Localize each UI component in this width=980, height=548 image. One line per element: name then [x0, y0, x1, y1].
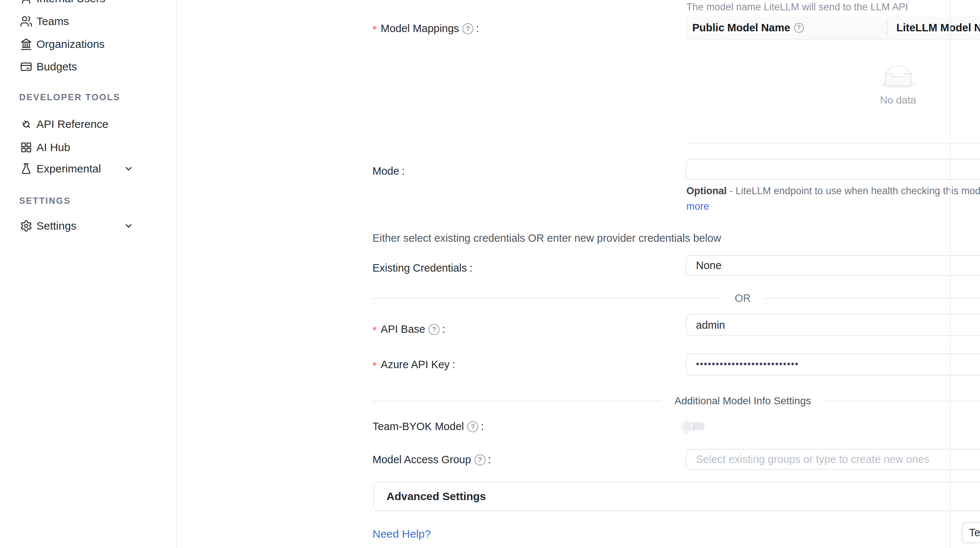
existing-credentials-value: None — [696, 260, 721, 272]
content-right-border — [950, 0, 951, 548]
additional-info-divider: Additional Model Info Settings — [372, 395, 980, 407]
sidebar-item-label: Budgets — [37, 61, 77, 73]
mode-help-text: Optional - LiteLLM endpoint to use when … — [686, 183, 980, 214]
additional-info-divider-text: Additional Model Info Settings — [675, 395, 811, 407]
model-access-group-select[interactable]: Select existing groups or type to create… — [686, 449, 980, 470]
toggle-knob — [681, 420, 693, 432]
help-icon[interactable]: ? — [467, 421, 478, 432]
learn-more-link[interactable]: more — [686, 201, 709, 212]
need-help-link[interactable]: Need Help? — [372, 528, 431, 540]
advanced-settings-title: Advanced Settings — [387, 490, 486, 503]
test-connect-button[interactable]: Test Connect — [962, 522, 980, 543]
column-header-public-model-name: Public Model Name ? — [686, 22, 887, 34]
bank-icon — [19, 37, 33, 51]
password-dots: •••••••••••••••••••••••••• — [696, 358, 799, 369]
help-icon[interactable]: ? — [462, 23, 473, 34]
sidebar-item-organizations[interactable]: Organizations — [0, 35, 177, 54]
litellm-model-name-hint: The model name LiteLLM will send to the … — [686, 2, 908, 13]
or-divider-text: OR — [735, 292, 751, 304]
users-icon — [19, 14, 33, 29]
sidebar-item-internal-users[interactable]: Internal Users — [0, 0, 177, 8]
plug-icon — [19, 117, 33, 131]
sidebar-item-budgets[interactable]: Budgets — [0, 57, 177, 76]
advanced-settings-panel[interactable]: Advanced Settings — [373, 482, 980, 511]
api-base-label: * API Base ? : — [372, 323, 445, 335]
help-icon[interactable]: ? — [428, 324, 439, 335]
sidebar-section-developer-tools: DEVELOPER TOOLS — [19, 92, 120, 102]
table-empty-state: No data — [686, 40, 980, 143]
credentials-note: Either select existing credentials OR en… — [372, 232, 721, 244]
sidebar-item-settings[interactable]: Settings — [0, 216, 177, 236]
grid-icon — [19, 140, 33, 155]
user-icon — [19, 0, 33, 6]
sidebar-item-label: Teams — [37, 15, 69, 28]
existing-credentials-select[interactable]: None — [686, 255, 980, 276]
divider-line — [372, 401, 661, 401]
sidebar-item-ai-hub[interactable]: AI Hub — [0, 138, 177, 157]
required-mark: * — [372, 24, 377, 36]
sidebar-item-label: AI Hub — [37, 141, 70, 154]
api-base-input[interactable] — [686, 314, 980, 336]
table-header: Public Model Name ? LiteLLM Model Name ? — [686, 16, 980, 40]
mode-select[interactable] — [686, 159, 980, 180]
flask-icon — [19, 162, 33, 176]
help-icon[interactable]: ? — [794, 23, 804, 33]
required-mark: * — [372, 324, 377, 336]
model-access-group-placeholder: Select existing groups or type to create… — [696, 453, 929, 465]
sidebar-item-api-reference[interactable]: API Reference — [0, 115, 177, 134]
empty-inbox-icon — [881, 66, 916, 89]
divider-line — [764, 298, 980, 299]
team-byok-toggle[interactable] — [681, 419, 706, 433]
sidebar-section-settings: SETTINGS — [19, 196, 71, 206]
chevron-down-icon — [124, 221, 134, 231]
required-mark: * — [372, 360, 377, 372]
model-mappings-table: Public Model Name ? LiteLLM Model Name ?… — [686, 16, 980, 144]
divider-line — [824, 401, 980, 401]
azure-api-key-input[interactable]: •••••••••••••••••••••••••• — [686, 354, 980, 376]
credit-card-icon — [19, 60, 33, 74]
gear-icon — [19, 219, 33, 233]
divider-line — [372, 298, 721, 299]
mode-label: Mode : — [372, 165, 405, 177]
help-icon[interactable]: ? — [474, 454, 485, 465]
sidebar-item-teams[interactable]: Teams — [0, 12, 177, 31]
no-data-text: No data — [880, 94, 916, 106]
sidebar-item-label: Settings — [37, 220, 76, 232]
azure-api-key-label: * Azure API Key : — [372, 358, 455, 371]
model-access-group-label: Model Access Group ? : — [372, 454, 491, 466]
add-model-form: The model name LiteLLM will send to the … — [178, 0, 980, 548]
column-header-litellm-model-name: LiteLLM Model Name ? — [888, 22, 980, 34]
model-mappings-label: * Model Mappings ? : — [372, 22, 479, 35]
or-divider: OR — [372, 292, 980, 304]
sidebar: Internal Users Teams Organizations Budge… — [0, 0, 177, 548]
team-byok-label: Team-BYOK Model ? : — [372, 421, 484, 433]
sidebar-item-label: Experimental — [37, 162, 101, 175]
litellm-add-model-page: { "ui": { "colon": ":", "required_mark":… — [0, 0, 980, 548]
sidebar-item-label: Internal Users — [37, 0, 105, 5]
sidebar-item-experimental[interactable]: Experimental — [0, 159, 177, 178]
existing-credentials-label: Existing Credentials : — [372, 262, 473, 274]
sidebar-item-label: Organizations — [37, 38, 105, 51]
sidebar-item-label: API Reference — [37, 118, 108, 131]
chevron-down-icon — [124, 164, 134, 174]
